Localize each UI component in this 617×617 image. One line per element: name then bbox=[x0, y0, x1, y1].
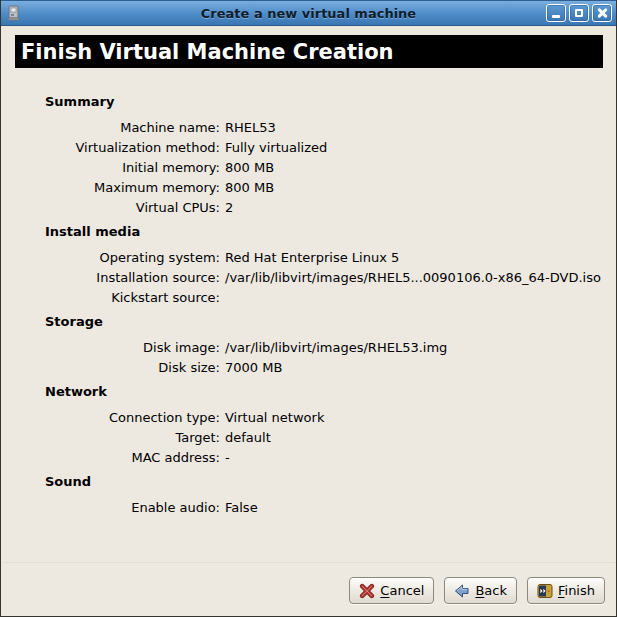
row-label: Target: bbox=[15, 428, 220, 448]
action-area: Cancel Back Finish bbox=[349, 577, 605, 604]
finish-button-label: Finish bbox=[558, 583, 595, 598]
row-label: Virtualization method: bbox=[15, 138, 220, 158]
row-operating-system: Operating system: Red Hat Enterprise Lin… bbox=[15, 248, 606, 268]
row-value: /var/lib/libvirt/images/RHEL53.img bbox=[225, 338, 606, 358]
cancel-button-label: Cancel bbox=[380, 583, 424, 598]
row-label: Machine name: bbox=[15, 118, 220, 138]
row-value: 800 MB bbox=[225, 158, 606, 178]
cancel-button[interactable]: Cancel bbox=[349, 577, 434, 604]
maximize-button[interactable] bbox=[569, 4, 589, 22]
titlebar[interactable]: Create a new virtual machine bbox=[1, 0, 616, 26]
finish-button[interactable]: Finish bbox=[527, 577, 605, 604]
row-value bbox=[225, 288, 606, 308]
row-value: False bbox=[225, 498, 606, 518]
section-sound: Sound Enable audio: False bbox=[15, 472, 606, 518]
window-controls bbox=[546, 4, 612, 22]
back-arrow-icon bbox=[454, 583, 470, 599]
row-label: Maximum memory: bbox=[15, 178, 220, 198]
page-title: Finish Virtual Machine Creation bbox=[15, 40, 394, 64]
section-heading-sound: Sound bbox=[45, 472, 606, 492]
row-target: Target: default bbox=[15, 428, 606, 448]
row-disk-size: Disk size: 7000 MB bbox=[15, 358, 606, 378]
section-summary: Summary Machine name: RHEL53 Virtualizat… bbox=[15, 92, 606, 218]
section-heading-storage: Storage bbox=[45, 312, 606, 332]
minimize-button[interactable] bbox=[546, 4, 566, 22]
row-value: Fully virtualized bbox=[225, 138, 606, 158]
row-label: Kickstart source: bbox=[15, 288, 220, 308]
row-label: Disk size: bbox=[15, 358, 220, 378]
row-initial-memory: Initial memory: 800 MB bbox=[15, 158, 606, 178]
cancel-x-icon bbox=[359, 583, 375, 599]
row-enable-audio: Enable audio: False bbox=[15, 498, 606, 518]
row-mac-address: MAC address: - bbox=[15, 448, 606, 468]
row-label: Virtual CPUs: bbox=[15, 198, 220, 218]
page-title-band: Finish Virtual Machine Creation bbox=[15, 35, 603, 68]
close-icon bbox=[597, 8, 607, 18]
row-label: Initial memory: bbox=[15, 158, 220, 178]
row-kickstart-source: Kickstart source: bbox=[15, 288, 606, 308]
action-area-separator bbox=[2, 562, 615, 563]
row-value: 800 MB bbox=[225, 178, 606, 198]
minimize-icon bbox=[552, 15, 560, 18]
row-value: /var/lib/libvirt/images/RHEL5...0090106.… bbox=[225, 268, 606, 288]
row-label: MAC address: bbox=[15, 448, 220, 468]
row-machine-name: Machine name: RHEL53 bbox=[15, 118, 606, 138]
row-label: Operating system: bbox=[15, 248, 220, 268]
row-label: Connection type: bbox=[15, 408, 220, 428]
finish-door-icon bbox=[537, 583, 553, 599]
row-maximum-memory: Maximum memory: 800 MB bbox=[15, 178, 606, 198]
row-value: 2 bbox=[225, 198, 606, 218]
row-label: Enable audio: bbox=[15, 498, 220, 518]
row-value: Red Hat Enterprise Linux 5 bbox=[225, 248, 606, 268]
row-value: - bbox=[225, 448, 606, 468]
summary-content: Summary Machine name: RHEL53 Virtualizat… bbox=[1, 68, 616, 518]
section-heading-install-media: Install media bbox=[45, 222, 606, 242]
section-heading-summary: Summary bbox=[45, 92, 606, 112]
window-title: Create a new virtual machine bbox=[1, 6, 616, 21]
section-storage: Storage Disk image: /var/lib/libvirt/ima… bbox=[15, 312, 606, 378]
row-value: Virtual network bbox=[225, 408, 606, 428]
back-button[interactable]: Back bbox=[444, 577, 517, 604]
row-value: 7000 MB bbox=[225, 358, 606, 378]
row-label: Disk image: bbox=[15, 338, 220, 358]
maximize-icon bbox=[575, 9, 583, 17]
section-heading-network: Network bbox=[45, 382, 606, 402]
row-installation-source: Installation source: /var/lib/libvirt/im… bbox=[15, 268, 606, 288]
row-value: RHEL53 bbox=[225, 118, 606, 138]
row-virtual-cpus: Virtual CPUs: 2 bbox=[15, 198, 606, 218]
section-install-media: Install media Operating system: Red Hat … bbox=[15, 222, 606, 308]
row-label: Installation source: bbox=[15, 268, 220, 288]
close-button[interactable] bbox=[592, 4, 612, 22]
back-button-label: Back bbox=[475, 583, 507, 598]
row-disk-image: Disk image: /var/lib/libvirt/images/RHEL… bbox=[15, 338, 606, 358]
row-connection-type: Connection type: Virtual network bbox=[15, 408, 606, 428]
section-network: Network Connection type: Virtual network… bbox=[15, 382, 606, 468]
app-window-icon bbox=[6, 5, 22, 21]
create-vm-dialog: Create a new virtual machine Finish Virt… bbox=[0, 0, 617, 617]
row-virtualization-method: Virtualization method: Fully virtualized bbox=[15, 138, 606, 158]
row-value: default bbox=[225, 428, 606, 448]
